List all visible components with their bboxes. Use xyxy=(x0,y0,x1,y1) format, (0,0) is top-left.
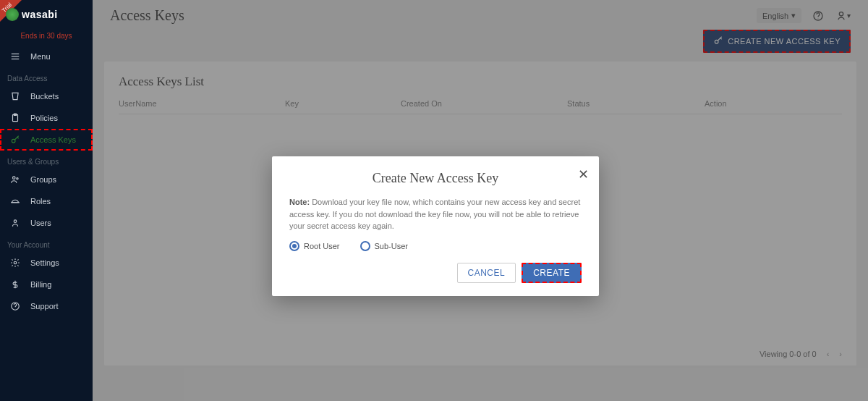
sidebar-item-label: Support xyxy=(30,302,59,311)
note-text: Download your key file now, which contai… xyxy=(289,198,580,230)
svg-point-6 xyxy=(13,177,16,180)
logo[interactable]: wasabi xyxy=(6,8,58,21)
modal-actions: CANCEL CREATE xyxy=(289,263,582,283)
dollar-icon xyxy=(10,279,20,290)
sidebar-item-settings[interactable]: Settings xyxy=(0,252,93,274)
svg-point-5 xyxy=(12,139,15,143)
radio-label: Root User xyxy=(304,242,340,250)
sidebar: Trial wasabi Ends in 30 days Menu Data A… xyxy=(0,0,93,401)
sidebar-item-billing[interactable]: Billing xyxy=(0,274,93,295)
logo-text: wasabi xyxy=(22,9,58,20)
section-data-access: Data Access xyxy=(0,67,93,85)
groups-icon xyxy=(10,174,20,185)
menu-toggle[interactable]: Menu xyxy=(0,46,93,67)
help-icon xyxy=(10,301,20,311)
radio-icon xyxy=(360,241,370,251)
hamburger-icon xyxy=(10,51,20,62)
sidebar-item-roles[interactable]: Roles xyxy=(0,190,93,212)
radio-root-user[interactable]: Root User xyxy=(289,241,340,251)
key-icon xyxy=(10,135,20,145)
close-icon[interactable]: ✕ xyxy=(578,166,589,182)
sidebar-item-support[interactable]: Support xyxy=(0,295,93,317)
sidebar-item-label: Billing xyxy=(30,280,51,289)
svg-point-10 xyxy=(14,261,17,264)
sidebar-item-access-keys[interactable]: Access Keys xyxy=(0,129,93,151)
sidebar-item-policies[interactable]: Policies xyxy=(0,107,93,129)
sidebar-item-label: Settings xyxy=(30,258,59,267)
hat-icon xyxy=(10,196,20,206)
sidebar-item-label: Access Keys xyxy=(30,135,76,144)
radio-sub-user[interactable]: Sub-User xyxy=(360,241,408,251)
svg-point-7 xyxy=(17,178,18,180)
section-users-groups: Users & Groups xyxy=(0,151,93,169)
sidebar-item-label: Buckets xyxy=(30,92,59,101)
note-label: Note: xyxy=(289,198,310,206)
sidebar-item-label: Roles xyxy=(30,197,51,206)
sidebar-item-label: Users xyxy=(30,219,51,227)
sidebar-item-groups[interactable]: Groups xyxy=(0,169,93,190)
svg-point-9 xyxy=(14,220,17,223)
logo-area: wasabi xyxy=(0,0,93,29)
user-type-radio-group: Root User Sub-User xyxy=(289,241,582,251)
menu-label: Menu xyxy=(30,52,51,61)
radio-label: Sub-User xyxy=(375,242,408,250)
sidebar-item-buckets[interactable]: Buckets xyxy=(0,85,93,107)
gear-icon xyxy=(10,258,20,268)
create-button[interactable]: CREATE xyxy=(522,263,582,283)
trial-ends-text: Ends in 30 days xyxy=(0,29,93,46)
radio-icon xyxy=(289,241,299,251)
sidebar-item-users[interactable]: Users xyxy=(0,212,93,234)
modal-title: Create New Access Key xyxy=(289,171,582,186)
sidebar-item-label: Policies xyxy=(30,114,58,122)
logo-icon xyxy=(6,8,19,21)
section-your-account: Your Account xyxy=(0,234,93,252)
modal-note: Note: Download your key file now, which … xyxy=(289,196,582,232)
users-icon xyxy=(10,218,20,228)
clipboard-icon xyxy=(10,113,20,123)
cancel-button[interactable]: CANCEL xyxy=(457,263,516,283)
sidebar-item-label: Groups xyxy=(30,175,56,184)
create-access-key-modal: ✕ Create New Access Key Note: Download y… xyxy=(272,156,599,296)
bucket-icon xyxy=(10,91,20,101)
